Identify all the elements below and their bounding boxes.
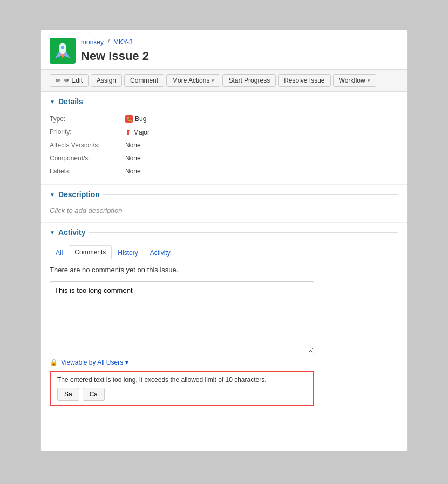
description-body: Click to add description xyxy=(41,203,407,222)
description-divider xyxy=(103,194,398,195)
activity-title: Activity xyxy=(58,228,86,237)
action-buttons: Sa Ca xyxy=(57,388,307,401)
description-section: ▼ Description Click to add description xyxy=(41,185,407,223)
activity-section: ▼ Activity All Comments History Activity… xyxy=(41,223,407,414)
details-divider xyxy=(86,102,398,102)
priority-icon: ⬆ xyxy=(125,128,131,136)
activity-chevron-icon: ▼ xyxy=(50,230,55,236)
assign-button[interactable]: Assign xyxy=(91,74,122,87)
tab-activity[interactable]: Activity xyxy=(144,245,177,259)
details-section: ▼ Details Type: 🐛 Bug Priority: ⬆ Major xyxy=(41,92,407,185)
bug-icon: 🐛 xyxy=(125,115,133,123)
lock-icon: 🔒 xyxy=(50,359,58,366)
toolbar: ✏ ✏ Edit Assign Comment More Actions ▾ S… xyxy=(41,70,407,92)
viewable-label: Viewable by All Users xyxy=(61,359,123,366)
detail-labels-row: Labels: None xyxy=(50,165,398,178)
activity-tabs: All Comments History Activity xyxy=(50,245,398,259)
detail-type-value: 🐛 Bug xyxy=(125,115,146,123)
detail-priority-value: ⬆ Major xyxy=(125,128,150,136)
no-comments-text: There are no comments yet on this issue. xyxy=(50,266,398,274)
edit-icon: ✏ xyxy=(56,77,61,84)
breadcrumb-issue-key[interactable]: MKY-3 xyxy=(113,38,133,46)
description-chevron-icon: ▼ xyxy=(50,192,55,198)
resolve-issue-button[interactable]: Resolve Issue xyxy=(278,74,330,87)
details-body: Type: 🐛 Bug Priority: ⬆ Major Affects Ve… xyxy=(41,110,407,184)
tab-all[interactable]: All xyxy=(50,245,69,259)
detail-affects-label: Affects Version/s: xyxy=(50,142,125,149)
detail-type-row: Type: 🐛 Bug xyxy=(50,112,398,125)
comment-textarea[interactable]: This is too long comment xyxy=(50,282,314,352)
more-actions-button[interactable]: More Actions ▾ xyxy=(166,74,220,87)
details-header[interactable]: ▼ Details xyxy=(41,92,407,110)
detail-priority-row: Priority: ⬆ Major xyxy=(50,125,398,139)
tab-comments[interactable]: Comments xyxy=(69,245,112,259)
cancel-button[interactable]: Ca xyxy=(83,388,105,401)
activity-header[interactable]: ▼ Activity xyxy=(41,223,407,241)
detail-labels-label: Labels: xyxy=(50,167,125,175)
comment-box: This is too long comment xyxy=(50,281,314,354)
svg-point-4 xyxy=(61,46,64,49)
detail-component-label: Component/s: xyxy=(50,154,125,162)
details-chevron-icon: ▼ xyxy=(50,99,55,105)
detail-affects-row: Affects Version/s: None xyxy=(50,139,398,152)
detail-labels-value: None xyxy=(125,167,141,175)
workflow-arrow: ▾ xyxy=(368,78,370,83)
activity-divider xyxy=(89,232,398,233)
description-header[interactable]: ▼ Description xyxy=(41,185,407,203)
more-actions-arrow: ▾ xyxy=(212,78,214,83)
detail-type-label: Type: xyxy=(50,115,125,123)
viewable-dropdown[interactable]: Viewable by All Users ▾ xyxy=(61,359,128,366)
details-title: Details xyxy=(58,97,83,106)
start-progress-button[interactable]: Start Progress xyxy=(222,74,276,87)
detail-component-value: None xyxy=(125,154,141,162)
description-title: Description xyxy=(58,190,100,199)
error-text: The entered text is too long, it exceeds… xyxy=(57,376,307,384)
activity-body: All Comments History Activity There are … xyxy=(41,241,407,414)
project-avatar xyxy=(50,38,76,64)
viewable-row: 🔒 Viewable by All Users ▾ xyxy=(50,359,398,366)
save-button[interactable]: Sa xyxy=(57,388,79,401)
issue-title: New Issue 2 xyxy=(81,49,149,63)
detail-priority-label: Priority: xyxy=(50,128,125,136)
tab-history[interactable]: History xyxy=(112,245,144,259)
edit-button[interactable]: ✏ ✏ Edit xyxy=(50,74,89,87)
workflow-button[interactable]: Workflow ▾ xyxy=(333,74,376,87)
breadcrumb: monkey / MKY-3 xyxy=(81,38,149,46)
breadcrumb-project[interactable]: monkey xyxy=(81,38,104,46)
detail-component-row: Component/s: None xyxy=(50,152,398,165)
breadcrumb-sep: / xyxy=(107,38,109,46)
error-box: The entered text is too long, it exceeds… xyxy=(50,371,314,406)
comment-button[interactable]: Comment xyxy=(124,74,164,87)
viewable-arrow: ▾ xyxy=(125,359,128,366)
description-placeholder[interactable]: Click to add description xyxy=(50,206,122,214)
detail-affects-value: None xyxy=(125,142,141,149)
